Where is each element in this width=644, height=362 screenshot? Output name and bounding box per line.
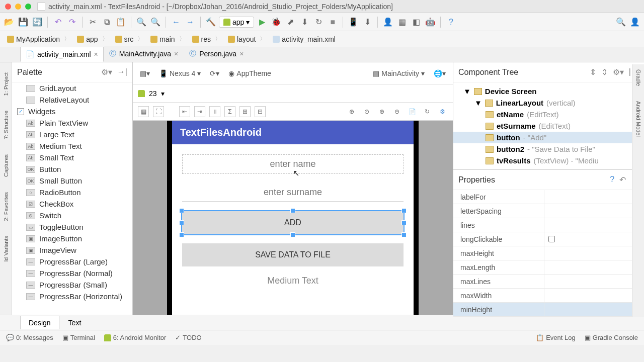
sync-icon[interactable]: 🔄 (31, 16, 43, 28)
unwrap-icon[interactable]: ⊟ (255, 106, 266, 117)
activity-selector[interactable]: ▤MainActivity▾ (371, 67, 427, 79)
run-icon[interactable]: ▶ (256, 16, 268, 28)
monitor-tool[interactable]: 6: Android Monitor (104, 334, 167, 341)
resize-handle[interactable] (290, 232, 295, 237)
palette-item[interactable]: ▭ToggleButton (12, 221, 132, 233)
bc-app[interactable]: app (74, 34, 111, 44)
property-row[interactable]: lines (453, 218, 644, 232)
resize-handle[interactable] (179, 208, 184, 213)
rail-variants[interactable]: ld Variants (3, 236, 9, 261)
palette-item[interactable]: OKSmall Button (12, 175, 132, 187)
close-icon[interactable]: × (174, 50, 178, 58)
distribute-icon[interactable]: ⫴ (209, 106, 220, 117)
todo-tool[interactable]: ✓TODO (175, 334, 201, 341)
forward-icon[interactable]: → (184, 16, 196, 28)
palette-item[interactable]: —ProgressBar (Small) (12, 279, 132, 291)
wrap-icon[interactable]: ⊞ (239, 106, 251, 117)
paste-icon[interactable]: 📋 (115, 16, 127, 28)
back-icon[interactable]: ← (170, 16, 182, 28)
bc-res[interactable]: res (189, 34, 224, 44)
tree-item[interactable]: etSurname (EditText) (453, 120, 644, 132)
property-row[interactable]: labelFor (453, 190, 644, 204)
property-row[interactable]: letterSpacing (453, 204, 644, 218)
tree-item[interactable]: tvResults (TextView) - "Mediu (453, 155, 644, 166)
revert-icon[interactable]: ↶ (619, 175, 626, 185)
terminal-tool[interactable]: ▣Terminal (62, 334, 95, 341)
bc-src[interactable]: src (112, 34, 147, 44)
gear-icon[interactable]: ⚙▾ (613, 67, 624, 77)
tool4-icon[interactable]: 🤖 (424, 16, 436, 28)
rail-favorites[interactable]: 2: Favorites (3, 192, 9, 221)
design-tab[interactable]: Design (20, 316, 59, 329)
zoom-icon[interactable]: ⊕ (376, 106, 387, 117)
messages-tool[interactable]: 💬0: Messages (6, 334, 53, 341)
help-icon[interactable]: ? (610, 175, 614, 185)
tool1-icon[interactable]: 👤 (382, 16, 394, 28)
palette-item[interactable]: RelativeLayout (12, 94, 132, 106)
collapse-icon[interactable]: ⇕ (601, 67, 608, 77)
grid-icon[interactable]: ▦ (138, 106, 149, 117)
device-selector[interactable]: 📱Nexus 4▾ (157, 67, 203, 79)
bc-main[interactable]: main (147, 34, 188, 44)
etsurname-field[interactable] (182, 183, 404, 202)
attach-icon[interactable]: ⬈ (284, 16, 296, 28)
palette-item[interactable]: —ProgressBar (Large) (12, 256, 132, 267)
rerun-icon[interactable]: ↻ (312, 16, 325, 28)
tree-item[interactable]: button - "Add" (453, 132, 644, 143)
property-row[interactable]: maxWidth (453, 289, 644, 303)
run-config-selector[interactable]: app ▾ (219, 17, 254, 28)
locale-icon[interactable]: 🌐▾ (432, 67, 448, 79)
palette-item[interactable]: ▣ImageView (12, 244, 132, 256)
expand-icon[interactable]: ⛶ (153, 106, 164, 117)
tool3-icon[interactable]: ◧ (410, 16, 422, 28)
property-row[interactable]: minHeight (453, 303, 644, 317)
tab-activity-main[interactable]: 📄activity_main.xml× (20, 47, 104, 62)
palette-item[interactable]: AbMedium Text (12, 140, 132, 152)
property-row[interactable]: maxLines (453, 275, 644, 289)
help-icon[interactable]: ? (445, 16, 457, 28)
theme-selector[interactable]: ◉AppTheme (226, 67, 273, 79)
close-icon[interactable]: × (239, 50, 244, 58)
close-icon[interactable] (5, 4, 11, 10)
resize-handle[interactable] (179, 220, 184, 225)
design-surface-icon[interactable]: ▤▾ (138, 67, 152, 79)
palette-item[interactable]: AbPlain TextView (12, 117, 132, 129)
sdk-icon[interactable]: ⬇ (361, 16, 373, 28)
palette-item[interactable]: ○RadioButton (12, 187, 132, 198)
bc-file[interactable]: activity_main.xml (270, 34, 343, 44)
palette-item[interactable]: AbLarge Text (12, 129, 132, 140)
palette-item[interactable]: ✓Widgets (12, 106, 132, 117)
close-icon[interactable]: × (94, 50, 98, 58)
tree-item[interactable]: button2 - "Save Data to File" (453, 143, 644, 155)
orientation-icon[interactable]: ⟳▾ (208, 67, 221, 79)
property-row[interactable]: longClickable (453, 232, 644, 246)
checkbox[interactable] (548, 236, 555, 242)
resize-handle[interactable] (401, 220, 407, 225)
rail-structure[interactable]: 7: Structure (3, 111, 9, 139)
palette-item[interactable]: OKButton (12, 163, 132, 175)
user-icon[interactable]: 👤 (629, 16, 641, 28)
collapse-icon[interactable]: →| (117, 67, 127, 77)
palette-item[interactable]: ▣ImageButton (12, 233, 132, 244)
resize-handle[interactable] (401, 208, 407, 213)
zoom-out-icon[interactable]: ⊖ (391, 106, 403, 117)
stop-icon[interactable]: ■ (327, 16, 339, 28)
palette-item[interactable]: GridLayout (12, 82, 132, 94)
save-icon[interactable]: 💾 (17, 16, 29, 28)
palette-item[interactable]: —ProgressBar (Horizontal) (12, 291, 132, 302)
save-button[interactable]: SAVE DATA TO FILE (182, 243, 404, 266)
add-button[interactable]: ADD (182, 211, 404, 234)
zoom-in-icon[interactable]: 🔍 (135, 16, 147, 28)
tool2-icon[interactable]: ▦ (396, 16, 408, 28)
align-left-icon[interactable]: ⇤ (179, 106, 190, 117)
tab-person[interactable]: ⒸPerson.java× (184, 46, 249, 62)
palette-item[interactable]: —ProgressBar (Normal) (12, 267, 132, 279)
rail-android-model[interactable]: Android Model (635, 101, 641, 137)
redo-icon[interactable]: ↷ (66, 16, 78, 28)
align-right-icon[interactable]: ⇥ (194, 106, 205, 117)
rail-gradle[interactable]: Gradle (635, 69, 641, 86)
zoom-fit-icon[interactable]: ⊙ (361, 106, 372, 117)
palette-item[interactable]: ☑CheckBox (12, 198, 132, 210)
resize-handle[interactable] (401, 232, 407, 237)
tree-item[interactable]: etName (EditText) (453, 109, 644, 120)
